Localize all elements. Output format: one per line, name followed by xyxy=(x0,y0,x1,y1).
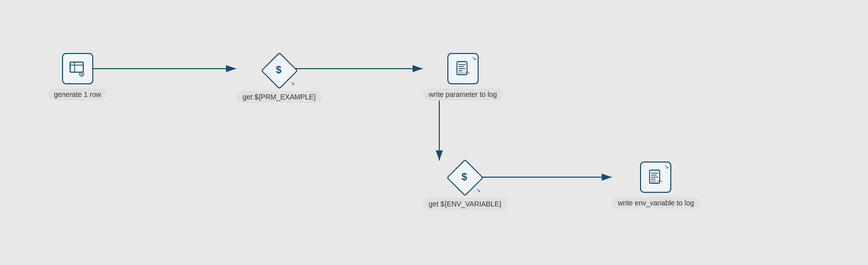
dollar-sign-icon: $ xyxy=(272,62,287,77)
node-write-env-log-label: write env_variable to log xyxy=(612,197,700,209)
svg-text:1010 1101: 1010 1101 xyxy=(458,71,470,74)
node-generate-row[interactable]: generate 1 row xyxy=(48,53,107,100)
log-document-icon: 1010 1101 xyxy=(454,60,472,78)
connectors-layer xyxy=(0,0,868,265)
node-get-env[interactable]: $ ↘ get ${ENV_VARIABLE} xyxy=(423,162,508,210)
svg-text:1010 1101: 1010 1101 xyxy=(651,180,663,183)
node-get-prm[interactable]: $ ↘ get ${PRM_EXAMPLE} xyxy=(237,55,322,103)
node-generate-row-icon-box xyxy=(62,53,93,84)
node-write-env-log[interactable]: 1010 1101 ↘ write env_variable to log xyxy=(612,162,700,209)
svg-text:$: $ xyxy=(276,64,281,75)
node-write-param-log-icon-box: 1010 1101 ↘ xyxy=(447,53,479,84)
dollar-sign-icon-2: $ xyxy=(457,169,473,184)
node-write-param-log-label: write parameter to log xyxy=(423,88,503,100)
workflow-canvas: generate 1 row $ ↘ get ${PRM_EXAMPLE} xyxy=(0,0,868,265)
node-write-param-log[interactable]: 1010 1101 ↘ write parameter to log xyxy=(423,53,503,100)
node-get-prm-label: get ${PRM_EXAMPLE} xyxy=(237,91,322,103)
log-document-icon-2: 1010 1101 xyxy=(647,168,665,186)
table-settings-icon xyxy=(69,60,87,78)
node-write-env-log-icon-box: 1010 1101 ↘ xyxy=(640,162,671,193)
svg-point-9 xyxy=(81,74,82,75)
node-get-env-label: get ${ENV_VARIABLE} xyxy=(423,198,508,210)
svg-text:$: $ xyxy=(461,171,467,182)
node-generate-row-label: generate 1 row xyxy=(48,88,107,100)
svg-rect-5 xyxy=(70,62,83,72)
